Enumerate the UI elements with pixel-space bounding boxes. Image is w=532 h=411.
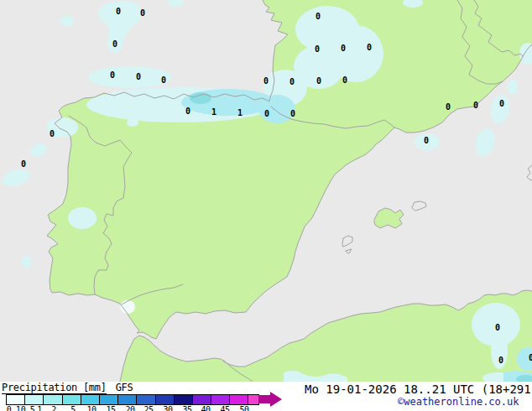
scale-tick-label: 35 (182, 405, 191, 411)
precip-value-label: 0 (112, 40, 117, 49)
precip-value-label: 0 (341, 44, 346, 53)
precip-value-label: 0 (367, 44, 372, 52)
scale-segment (24, 395, 43, 404)
scale-segment (81, 395, 99, 404)
precip-value-label: 0 (289, 78, 295, 86)
precip-value-label: 0 (136, 73, 141, 81)
scale-tick-label: 15 (106, 405, 115, 411)
precip-value-label: 0 (110, 71, 115, 80)
precip-value-label: 0 (161, 76, 166, 85)
scale-segment (174, 395, 192, 404)
scale-tick-label: 30 (163, 405, 172, 411)
scale-tick-label: 0.1 (7, 405, 21, 411)
forecast-datetime: Mo 19-01-2026 18..21 UTC (18+291 (305, 382, 531, 396)
scale-segment (192, 395, 211, 404)
precipitation-map: 0000000000000001100000000000 (0, 0, 532, 382)
scale-tick-label: 40 (201, 405, 210, 411)
scale-tick-label: 2 (51, 405, 56, 411)
precip-value-label: 0 (316, 77, 321, 86)
precip-value-label: 0 (424, 137, 429, 145)
legend-title: Precipitation [mm]GFS (2, 382, 133, 393)
precip-value-label: 0 (140, 9, 145, 18)
precip-value-label: 0 (498, 356, 503, 365)
precip-value-label: 1 (211, 108, 216, 117)
scale-segment (7, 395, 24, 404)
precip-value-label: 0 (185, 107, 190, 116)
scale-tick-label: 5 (70, 405, 76, 411)
scale-segment (117, 395, 136, 404)
scale-tick-label: 25 (143, 405, 153, 411)
precip-value-label: 0 (316, 13, 321, 21)
precip-value-label: 0 (499, 100, 504, 108)
scale-segment (136, 395, 154, 404)
precip-value-label: 0 (446, 103, 451, 112)
legend-title-main: Precipitation [mm] (2, 382, 107, 394)
precip-value-label: 0 (50, 130, 55, 138)
scale-segment (99, 395, 117, 404)
scale-tick-label: 50 (239, 405, 248, 411)
precip-value-label: 0 (315, 45, 320, 54)
scale-tick-label: 20 (125, 405, 134, 411)
precip-value-label: 0 (529, 354, 532, 362)
scale-segment (229, 395, 248, 404)
precip-value-label: 0 (21, 160, 26, 169)
precip-value-label: 0 (263, 77, 269, 86)
scale-segment (211, 395, 229, 404)
scale-segment (155, 395, 174, 404)
precip-value-label: 0 (473, 101, 478, 110)
scale-segment (62, 395, 81, 404)
legend-model-label: GFS (116, 382, 133, 393)
precip-value-label: 0 (342, 76, 347, 85)
scale-tick-label: 45 (220, 405, 229, 411)
scale-tick-label: 0.5 (21, 405, 35, 411)
precip-value-label: 0 (116, 8, 121, 16)
precip-value-label: 1 (237, 109, 243, 117)
legend-bar: Precipitation [mm]GFS 0.10.5125101520253… (0, 382, 532, 411)
scale-tick-labels: 0.10.5125101520253035404550 (6, 405, 280, 411)
scale-tick-label: 1 (37, 405, 42, 411)
scale-segment (43, 395, 61, 404)
precip-value-label: 0 (264, 110, 269, 118)
scale-tick-label: 10 (86, 405, 96, 411)
scale-segment (248, 395, 258, 404)
precip-color-scale (6, 394, 259, 405)
precip-value-labels-layer: 0000000000000001100000000000 (0, 0, 532, 382)
precip-value-label: 0 (290, 110, 295, 118)
weather-map-screenshot: 0000000000000001100000000000 Precipitati… (0, 0, 532, 411)
copyright-notice: ©weatheronline.co.uk (398, 396, 519, 408)
precip-value-label: 0 (495, 324, 500, 332)
